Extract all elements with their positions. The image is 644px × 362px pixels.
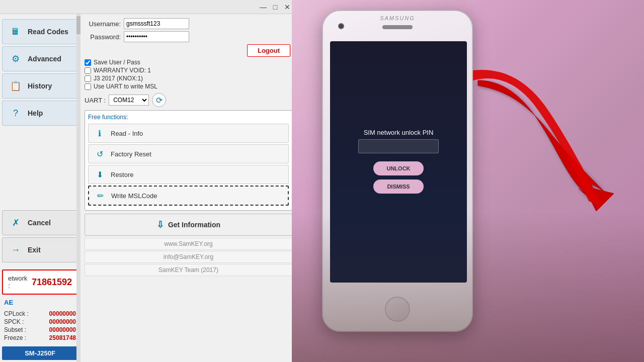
team-link: SamKEY Team (2017)	[85, 264, 292, 276]
factory-reset-label: Factory Reset	[111, 150, 151, 158]
use-uart-checkbox[interactable]	[85, 83, 91, 90]
help-icon: ?	[9, 106, 23, 120]
read-info-label: Read - Info	[111, 130, 143, 137]
factory-reset-button[interactable]: ↺ Factory Reset	[88, 144, 289, 163]
spck-value: 00000000	[49, 318, 76, 325]
username-label: Username:	[85, 20, 121, 28]
save-user-pass-checkbox[interactable]	[85, 59, 91, 66]
network-code-box: etwork : 71861592	[2, 269, 78, 295]
samsung-brand: SAMSUNG	[380, 15, 415, 21]
phone-background: SAMSUNG SIM network unlock PIN UNLOCK DI…	[292, 0, 644, 362]
username-input[interactable]	[124, 18, 189, 29]
restore-label: Restore	[111, 171, 134, 178]
password-label: Password:	[85, 33, 121, 41]
write-mslcode-button[interactable]: ✏ Write MSLCode	[88, 186, 289, 206]
gear-icon: ⚙	[9, 52, 23, 66]
use-uart-label: Use UART to write MSL	[94, 83, 157, 90]
free-functions-title: Free functions:	[88, 114, 289, 121]
get-information-button[interactable]: ⇩ Get Information	[85, 214, 292, 236]
cplock-value: 00000000	[49, 310, 76, 317]
title-bar: — □ ✕	[0, 0, 296, 14]
spck-label: SPCK :	[4, 318, 24, 325]
refresh-button[interactable]: ⟳	[152, 93, 166, 107]
get-info-icon: ⇩	[156, 219, 164, 230]
nav-read-codes[interactable]: 🖩 Read Codes	[2, 19, 78, 44]
exit-icon: →	[9, 243, 23, 257]
freeze-row: Freeze : 25081748	[4, 334, 76, 341]
free-functions-panel: Free functions: ℹ Read - Info ↺ Factory …	[85, 110, 292, 211]
hands-area	[292, 211, 644, 362]
website-link[interactable]: www.SamKEY.org	[85, 238, 292, 250]
subset-row: Subset : 00000000	[4, 326, 76, 333]
network-value: 71861592	[32, 277, 72, 288]
uart-row: UART : COM12 COM1 COM2 COM3 ⟳	[85, 93, 292, 107]
subset-value: 00000000	[49, 326, 76, 333]
cancel-icon: ✗	[9, 216, 23, 230]
nav-history[interactable]: 📋 History	[2, 73, 78, 99]
dismiss-button[interactable]: DISMISS	[373, 179, 424, 194]
cancel-label: Cancel	[28, 219, 51, 227]
save-user-pass-row: Save User / Pass	[85, 59, 292, 66]
footer-links: www.SamKEY.org info@SamKEY.org SamKEY Te…	[85, 238, 292, 276]
logout-button[interactable]: Logout	[247, 44, 290, 57]
warranty-void-row: WARRANTY VOID: 1	[85, 67, 292, 74]
window-body: 🖩 Read Codes ⚙ Advanced 📋 History ? Help	[0, 14, 296, 362]
close-button[interactable]: ✕	[282, 2, 292, 12]
use-uart-row: Use UART to write MSL	[85, 83, 292, 90]
pin-input-box	[358, 139, 439, 153]
save-user-pass-label: Save User / Pass	[94, 59, 140, 66]
restore-button[interactable]: ⬇ Restore	[88, 165, 289, 184]
warranty-void-label: WARRANTY VOID: 1	[94, 67, 151, 74]
minimize-button[interactable]: —	[258, 2, 268, 12]
model-badge: SM-J250F	[2, 346, 78, 360]
history-label: History	[28, 82, 52, 90]
j3-2017-checkbox[interactable]	[85, 75, 91, 82]
ae-badge: AE	[0, 298, 80, 307]
email-link[interactable]: info@SamKEY.org	[85, 251, 292, 263]
j3-2017-label: J3 2017 (KNOX:1)	[94, 75, 143, 82]
nav-cancel[interactable]: ✗ Cancel	[2, 210, 78, 235]
password-row: Password:	[85, 31, 292, 42]
spck-row: SPCK : 00000000	[4, 318, 76, 325]
calculator-icon: 🖩	[9, 25, 23, 39]
maximize-button[interactable]: □	[270, 2, 280, 12]
username-row: Username:	[85, 18, 292, 29]
read-info-button[interactable]: ℹ Read - Info	[88, 124, 289, 143]
write-mslcode-label: Write MSLCode	[111, 192, 157, 200]
reset-icon: ↺	[94, 148, 106, 160]
phone-speaker	[382, 25, 413, 29]
nav-exit[interactable]: → Exit	[2, 237, 78, 262]
lock-codes-panel: CPLock : 00000000 SPCK : 00000000 Subset…	[0, 307, 80, 344]
exit-label: Exit	[28, 246, 41, 254]
uart-select[interactable]: COM12 COM1 COM2 COM3	[109, 95, 149, 106]
right-panel: Username: Password: Logout Save User / P…	[80, 14, 296, 362]
advanced-label: Advanced	[28, 55, 61, 63]
left-sidebar: 🖩 Read Codes ⚙ Advanced 📋 History ? Help	[0, 14, 80, 362]
uart-label: UART :	[85, 97, 106, 104]
subset-label: Subset :	[4, 326, 26, 333]
j3-2017-row: J3 2017 (KNOX:1)	[85, 75, 292, 82]
unlock-button[interactable]: UNLOCK	[373, 161, 424, 175]
cplock-label: CPLock :	[4, 310, 29, 317]
read-codes-label: Read Codes	[28, 28, 68, 36]
nav-help[interactable]: ? Help	[2, 101, 78, 126]
info-icon: ℹ	[94, 127, 106, 139]
phone-camera	[338, 23, 344, 29]
freeze-value: 25081748	[49, 334, 76, 341]
network-label: etwork :	[8, 275, 30, 290]
get-information-label: Get Information	[168, 221, 220, 229]
password-input[interactable]	[124, 31, 189, 42]
warranty-void-checkbox[interactable]	[85, 67, 91, 74]
software-window: — □ ✕ 🖩 Read Codes ⚙ Advanced	[0, 0, 297, 362]
cplock-row: CPLock : 00000000	[4, 310, 76, 317]
help-label: Help	[28, 109, 43, 117]
nav-advanced[interactable]: ⚙ Advanced	[2, 46, 78, 71]
restore-icon: ⬇	[94, 168, 106, 180]
svg-marker-0	[584, 186, 614, 211]
list-icon: 📋	[9, 79, 23, 93]
freeze-label: Freeze :	[4, 334, 26, 341]
sim-network-text: SIM network unlock PIN	[364, 129, 434, 136]
write-icon: ✏	[94, 190, 106, 202]
